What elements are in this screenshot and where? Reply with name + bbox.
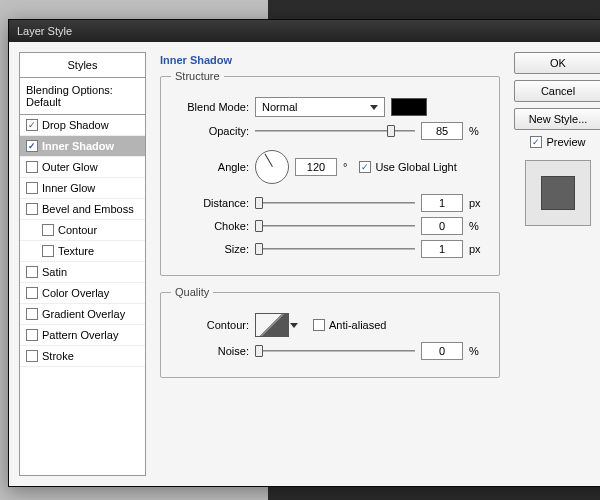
opacity-label: Opacity: bbox=[171, 125, 249, 137]
checkbox-icon[interactable] bbox=[26, 182, 38, 194]
size-label: Size: bbox=[171, 243, 249, 255]
button-column: OK Cancel New Style... Preview bbox=[514, 52, 600, 476]
checkbox-icon[interactable] bbox=[26, 266, 38, 278]
style-item-drop-shadow[interactable]: Drop Shadow bbox=[20, 115, 145, 136]
checkbox-icon[interactable] bbox=[42, 245, 54, 257]
distance-slider[interactable] bbox=[255, 196, 415, 210]
style-item-label: Inner Shadow bbox=[42, 140, 114, 152]
style-item-texture[interactable]: Texture bbox=[20, 241, 145, 262]
color-swatch[interactable] bbox=[391, 98, 427, 116]
styles-panel: Styles Blending Options: Default Drop Sh… bbox=[19, 52, 146, 476]
structure-group: Structure Blend Mode: Normal Opacity: 85 bbox=[160, 70, 500, 276]
style-item-label: Satin bbox=[42, 266, 67, 278]
checkbox-icon[interactable] bbox=[26, 329, 38, 341]
checkbox-icon bbox=[530, 136, 542, 148]
checkbox-icon[interactable] bbox=[26, 161, 38, 173]
angle-label: Angle: bbox=[171, 161, 249, 173]
contour-picker[interactable] bbox=[255, 313, 289, 337]
anti-aliased-checkbox[interactable]: Anti-aliased bbox=[313, 319, 386, 331]
opacity-slider[interactable] bbox=[255, 124, 415, 138]
cancel-button[interactable]: Cancel bbox=[514, 80, 600, 102]
style-item-outer-glow[interactable]: Outer Glow bbox=[20, 157, 145, 178]
ok-button[interactable]: OK bbox=[514, 52, 600, 74]
style-item-bevel-and-emboss[interactable]: Bevel and Emboss bbox=[20, 199, 145, 220]
style-item-label: Drop Shadow bbox=[42, 119, 109, 131]
chevron-down-icon bbox=[290, 323, 298, 328]
checkbox-icon[interactable] bbox=[26, 119, 38, 131]
styles-header[interactable]: Styles bbox=[20, 53, 145, 78]
style-item-label: Color Overlay bbox=[42, 287, 109, 299]
checkbox-icon[interactable] bbox=[26, 203, 38, 215]
blend-mode-select[interactable]: Normal bbox=[255, 97, 385, 117]
section-title: Inner Shadow bbox=[160, 54, 500, 66]
style-item-label: Outer Glow bbox=[42, 161, 98, 173]
quality-legend: Quality bbox=[171, 286, 213, 298]
style-item-contour[interactable]: Contour bbox=[20, 220, 145, 241]
style-item-label: Gradient Overlay bbox=[42, 308, 125, 320]
noise-unit: % bbox=[469, 345, 489, 357]
layer-style-dialog: Layer Style × Styles Blending Options: D… bbox=[8, 19, 600, 487]
distance-input[interactable]: 1 bbox=[421, 194, 463, 212]
preview-swatch bbox=[525, 160, 591, 226]
choke-label: Choke: bbox=[171, 220, 249, 232]
checkbox-icon[interactable] bbox=[42, 224, 54, 236]
checkbox-icon bbox=[313, 319, 325, 331]
size-slider[interactable] bbox=[255, 242, 415, 256]
blending-options[interactable]: Blending Options: Default bbox=[20, 78, 145, 115]
style-item-label: Texture bbox=[58, 245, 94, 257]
size-unit: px bbox=[469, 243, 489, 255]
opacity-input[interactable]: 85 bbox=[421, 122, 463, 140]
titlebar[interactable]: Layer Style × bbox=[9, 20, 600, 42]
choke-input[interactable]: 0 bbox=[421, 217, 463, 235]
opacity-unit: % bbox=[469, 125, 489, 137]
checkbox-icon[interactable] bbox=[26, 140, 38, 152]
choke-slider[interactable] bbox=[255, 219, 415, 233]
angle-unit: ° bbox=[343, 161, 347, 173]
quality-group: Quality Contour: Anti-aliased Noise: 0 % bbox=[160, 286, 500, 378]
preview-checkbox[interactable]: Preview bbox=[530, 136, 585, 148]
distance-unit: px bbox=[469, 197, 489, 209]
checkbox-icon bbox=[359, 161, 371, 173]
contour-label: Contour: bbox=[171, 319, 249, 331]
noise-input[interactable]: 0 bbox=[421, 342, 463, 360]
structure-legend: Structure bbox=[171, 70, 224, 82]
style-item-gradient-overlay[interactable]: Gradient Overlay bbox=[20, 304, 145, 325]
chevron-down-icon bbox=[370, 105, 378, 110]
style-item-inner-glow[interactable]: Inner Glow bbox=[20, 178, 145, 199]
style-item-pattern-overlay[interactable]: Pattern Overlay bbox=[20, 325, 145, 346]
style-item-inner-shadow[interactable]: Inner Shadow bbox=[20, 136, 145, 157]
choke-unit: % bbox=[469, 220, 489, 232]
angle-dial[interactable] bbox=[255, 150, 289, 184]
style-item-label: Stroke bbox=[42, 350, 74, 362]
style-item-label: Contour bbox=[58, 224, 97, 236]
global-light-checkbox[interactable]: Use Global Light bbox=[359, 161, 456, 173]
checkbox-icon[interactable] bbox=[26, 287, 38, 299]
new-style-button[interactable]: New Style... bbox=[514, 108, 600, 130]
distance-label: Distance: bbox=[171, 197, 249, 209]
checkbox-icon[interactable] bbox=[26, 350, 38, 362]
checkbox-icon[interactable] bbox=[26, 308, 38, 320]
window-title: Layer Style bbox=[17, 25, 72, 37]
style-item-label: Pattern Overlay bbox=[42, 329, 118, 341]
style-item-satin[interactable]: Satin bbox=[20, 262, 145, 283]
style-item-color-overlay[interactable]: Color Overlay bbox=[20, 283, 145, 304]
noise-label: Noise: bbox=[171, 345, 249, 357]
style-item-label: Inner Glow bbox=[42, 182, 95, 194]
size-input[interactable]: 1 bbox=[421, 240, 463, 258]
angle-input[interactable]: 120 bbox=[295, 158, 337, 176]
style-item-stroke[interactable]: Stroke bbox=[20, 346, 145, 367]
style-item-label: Bevel and Emboss bbox=[42, 203, 134, 215]
blend-mode-label: Blend Mode: bbox=[171, 101, 249, 113]
noise-slider[interactable] bbox=[255, 344, 415, 358]
settings-area: Inner Shadow Structure Blend Mode: Norma… bbox=[154, 52, 506, 476]
